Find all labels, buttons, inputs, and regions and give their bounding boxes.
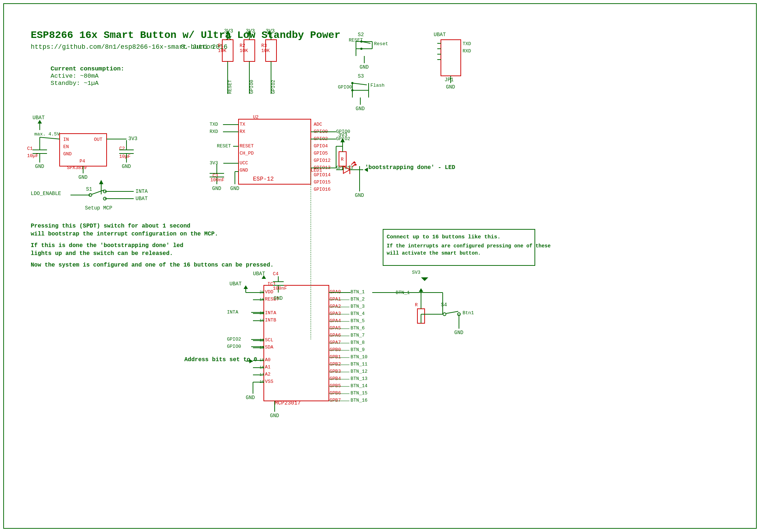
v1-gnd-label: GND: [63, 151, 72, 157]
gnd-uart: GND: [446, 84, 455, 90]
gnd-s4: GND: [454, 330, 463, 336]
rxd-esp: RXD: [210, 129, 218, 134]
gpb7-pin: GPB7: [330, 398, 341, 403]
gnd-c3: GND: [212, 186, 221, 191]
desc-line3: If this is done the 'bootstrapping done'…: [31, 242, 183, 249]
gpa4-pin: GPA4: [330, 318, 341, 324]
addr-bits-label: Address bits set to 0: [184, 356, 257, 363]
standby-current: Standby: ~1µA: [51, 80, 99, 87]
ubat-mcp2: UBAT: [253, 271, 265, 277]
reset-sw-label: RESET: [349, 38, 363, 43]
active-current: Active: ~80mA: [51, 73, 99, 79]
gnd-led: GND: [355, 193, 364, 198]
gpa0-pin: GPA0: [330, 289, 341, 295]
btn1-s4: Btn1: [463, 310, 474, 316]
intb-pin: INTB: [265, 317, 276, 323]
inta-pin: INTA: [265, 310, 276, 316]
ubat-uart: UBAT: [434, 32, 446, 38]
note-line3: will activate the smart button.: [387, 250, 481, 256]
gnd-c1: GND: [35, 164, 44, 169]
title: ESP8266 16x Smart Button w/ Ultra Low St…: [31, 30, 340, 41]
gpio15-pin: GPIO15: [314, 180, 331, 185]
reset-label-top: RESET: [227, 80, 233, 94]
r1-label: R1: [218, 43, 224, 48]
reset-sw-name: Reset: [374, 41, 388, 47]
a1-pin: A1: [265, 364, 271, 370]
gpio2-label-top: GPIO2: [271, 80, 276, 94]
gpb0-pin: GPB0: [330, 347, 341, 352]
gpio4-pin: GPIO4: [314, 143, 328, 149]
gnd-mcp-bottom: GND: [270, 413, 279, 419]
btn16: BTN_16: [351, 398, 368, 403]
mcp23017-name: MCP23017: [275, 400, 301, 406]
r-led-label: R: [341, 157, 344, 162]
gpio5-pin: GPIO5: [314, 151, 328, 156]
gnd-v1: GND: [78, 174, 87, 180]
jp1-label: JP1: [445, 77, 454, 83]
c1-value: 10µF: [27, 153, 38, 159]
led-label: LED1: [311, 168, 322, 173]
btn1: BTN_1: [351, 289, 365, 295]
gpa7-pin: GPA7: [330, 340, 341, 345]
spx3819-name: SPX3819: [67, 165, 87, 170]
gpio0-flash-label: GPIO0: [338, 85, 352, 90]
v1-p4-label: P4: [80, 159, 85, 164]
ubat-mcp: UBAT: [229, 281, 242, 287]
txd-esp: TXD: [210, 122, 218, 127]
txd-label: TXD: [463, 41, 471, 47]
gnd-reset: GND: [360, 64, 369, 70]
gpb6-pin: GPB6: [330, 390, 341, 396]
v1-en-label: EN: [63, 144, 69, 150]
note-line2: If the interrupts are configured pressin…: [387, 243, 551, 249]
ucc-pin: UCC: [240, 160, 248, 166]
btn13: BTN_13: [351, 376, 368, 381]
c2-label: C2: [119, 146, 125, 151]
c1-label: C1: [27, 146, 33, 151]
vss-pin: VSS: [265, 379, 274, 384]
svg-point-26: [360, 48, 362, 50]
adc-pin: ADC: [314, 122, 322, 127]
gnd-c4: GND: [274, 295, 283, 301]
svg-point-32: [351, 82, 353, 84]
v1-in-label: IN: [63, 137, 69, 142]
vdd-pin: VDD: [265, 289, 274, 295]
btn2: BTN_2: [351, 297, 365, 302]
3v3-led: 3V3: [338, 132, 347, 138]
gpb2-pin: GPB2: [330, 362, 341, 367]
s2-label: S2: [358, 32, 364, 38]
s1-label: S1: [86, 186, 92, 192]
gpa1-pin: GPA1: [330, 297, 341, 302]
gnd-c2: GND: [122, 164, 131, 169]
btn6: BTN_6: [351, 325, 365, 331]
btn3: BTN_3: [351, 304, 365, 309]
flash-label: Flash: [370, 83, 385, 88]
gpio14-pin: GPIO14: [314, 172, 331, 178]
gpio2-scl: GPIO2: [227, 337, 241, 342]
gpio12-pin: GPIO12: [314, 158, 331, 163]
btn12: BTN_12: [351, 369, 368, 374]
c4-value: 100nF: [273, 286, 287, 291]
u2-label: U2: [253, 114, 259, 120]
btn8: BTN_8: [351, 340, 365, 345]
c4-label: C4: [273, 271, 279, 277]
gnd-mcp: GND: [246, 395, 255, 401]
setup-mcp-label: Setup MCP: [85, 205, 112, 211]
gpio0-sda: GPIO0: [227, 344, 241, 349]
sv3-label: SV3: [412, 270, 420, 275]
sda-pin: SDA: [265, 345, 274, 350]
v1-out-label: OUT: [94, 137, 103, 142]
gpb1-pin: GPB1: [330, 354, 341, 360]
gpb5-pin: GPB5: [330, 383, 341, 389]
reset-esp: RESET: [217, 143, 231, 149]
led-note: 'bootstrapping done' - LED: [365, 164, 455, 171]
esp12-name: ESP-12: [253, 176, 274, 182]
gnd-esp-gnd: GND: [230, 186, 239, 191]
gnd-pin-esp: GND: [240, 168, 248, 173]
note-line1: Connect up to 16 buttons like this.: [387, 234, 501, 240]
schematic-canvas: ESP8266 16x Smart Button w/ Ultra Low St…: [0, 0, 760, 532]
gpio0-label-top: GPIO0: [249, 80, 254, 94]
s4-label: S4: [441, 302, 447, 308]
btn4: BTN_4: [351, 311, 365, 316]
tx-pin: TX: [240, 122, 245, 127]
gpa3-pin: GPA3: [330, 311, 341, 316]
